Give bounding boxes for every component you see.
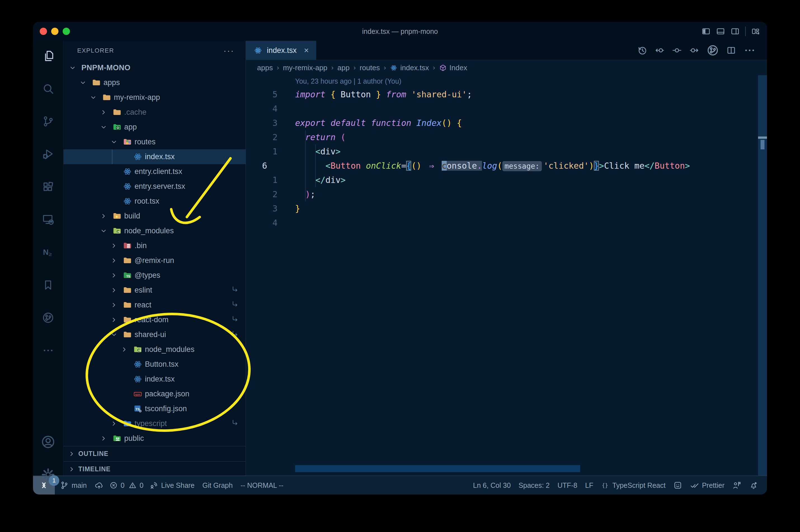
tree-item-package.json[interactable]: npmpackage.json	[63, 386, 246, 401]
status-errors[interactable]: 0	[108, 476, 127, 495]
tree-item-@remix-run[interactable]: @remix-run	[63, 253, 246, 268]
status-warnings[interactable]: 0	[127, 476, 146, 495]
status-vim-mode[interactable]: -- NORMAL --	[237, 476, 287, 495]
folder-app-icon	[112, 122, 122, 132]
tree-item-apps[interactable]: apps	[63, 75, 246, 90]
status-cursor-position[interactable]: Ln 6, Col 30	[469, 476, 515, 495]
tree-item-index.tsx[interactable]: index.tsx	[63, 149, 246, 164]
activity-nx-console[interactable]: N≥	[33, 238, 63, 266]
folder-tan-icon	[123, 300, 132, 310]
chevron-down-icon	[79, 79, 87, 87]
activity-manage[interactable]: 1	[33, 461, 63, 489]
open-next-change-icon[interactable]	[689, 45, 699, 55]
breadcrumb-app[interactable]: app	[337, 63, 349, 72]
chevron-right-icon	[100, 435, 108, 442]
tree-item-@types[interactable]: TS@types	[63, 268, 246, 283]
status-notifications[interactable]	[745, 476, 762, 495]
section-timeline[interactable]: TIMELINE	[63, 461, 246, 477]
tree-item-public[interactable]: public	[63, 431, 246, 446]
tree-item-eslint[interactable]: eslint	[63, 283, 246, 298]
layout-customize-icon[interactable]	[751, 27, 760, 36]
code-editor[interactable]: You, 23 hours ago | 1 author (You) 5 imp…	[246, 75, 767, 475]
status-feedback[interactable]	[669, 476, 686, 495]
symlink-arrow-icon	[231, 330, 239, 340]
activity-accounts[interactable]	[33, 428, 63, 456]
chevron-down-icon	[110, 331, 118, 339]
editor-actions	[637, 44, 756, 57]
open-previous-change-icon[interactable]	[654, 45, 665, 55]
open-revision-icon[interactable]	[672, 45, 682, 55]
layout-panel-icon[interactable]	[716, 27, 725, 36]
status-screen-sharing[interactable]	[728, 476, 745, 495]
breadcrumb-separator: ›	[331, 64, 334, 72]
split-editor-icon[interactable]	[726, 45, 736, 55]
tree-item-my-remix-app[interactable]: my-remix-app	[63, 90, 246, 105]
line-number: 2	[246, 132, 295, 142]
tree-item-PNPM-MONO[interactable]: PNPM-MONO	[63, 60, 246, 75]
status-encoding[interactable]: UTF-8	[554, 476, 581, 495]
tree-item-react-dom[interactable]: react-dom	[63, 312, 246, 327]
breadcrumb-index.tsx[interactable]: index.tsx	[390, 63, 429, 72]
breadcrumb-apps[interactable]: apps	[257, 63, 273, 72]
line-number: 3	[246, 118, 295, 128]
line-number: 2	[246, 189, 295, 199]
tree-item-entry.server.tsx[interactable]: entry.server.tsx	[63, 179, 246, 194]
git-graph-view-icon[interactable]	[707, 44, 719, 57]
sidebar-more-actions[interactable]: ···	[224, 46, 234, 55]
status-language-mode[interactable]: {}TypeScript React	[597, 476, 669, 495]
tree-item-routes[interactable]: routes	[63, 135, 246, 149]
status-publish-changes[interactable]	[91, 476, 108, 495]
folder-tan-icon	[123, 330, 132, 339]
layout-sidebar-left-icon[interactable]	[702, 27, 710, 36]
layout-sidebar-right-icon[interactable]	[731, 27, 740, 36]
breadcrumb-my-remix-app[interactable]: my-remix-app	[283, 63, 327, 72]
status-git-graph[interactable]: Git Graph	[198, 476, 237, 495]
vertical-scrollbar[interactable]	[758, 75, 767, 475]
titlebar[interactable]: index.tsx — pnpm-mono	[33, 22, 767, 41]
status-indentation[interactable]: Spaces: 2	[515, 476, 554, 495]
tree-item-build[interactable]: build	[63, 209, 246, 224]
tree-item-.bin[interactable]: 0110.bin	[63, 238, 246, 253]
tree-item-react[interactable]: react	[63, 298, 246, 312]
status-live-share[interactable]: Live Share	[146, 476, 198, 495]
chevron-right-icon	[110, 301, 118, 309]
horizontal-scrollbar[interactable]	[295, 465, 580, 472]
activity-source-control[interactable]	[33, 108, 63, 135]
breadcrumb-Index[interactable]: Index	[439, 63, 468, 72]
status-end-of-line[interactable]: LF	[581, 476, 597, 495]
symbol-box-icon	[439, 64, 447, 72]
activity-additional-views[interactable]	[33, 337, 63, 364]
tree-item-app[interactable]: app	[63, 120, 246, 135]
activity-remote-explorer[interactable]	[33, 206, 63, 233]
tree-item-typescript[interactable]: TStypescript	[63, 416, 246, 431]
line-number: 1	[246, 175, 295, 185]
indent-guide	[305, 130, 306, 202]
tree-item-Button.tsx[interactable]: Button.tsx	[63, 357, 246, 372]
timeline-history-icon[interactable]	[637, 45, 647, 55]
activity-bookmarks[interactable]	[33, 271, 63, 299]
tree-item-index.tsx[interactable]: index.tsx	[63, 372, 246, 386]
cloud-upload-icon	[95, 481, 103, 490]
activity-run-and-debug[interactable]	[33, 140, 63, 168]
breadcrumb-routes[interactable]: routes	[360, 63, 380, 72]
tree-item-tsconfig.json[interactable]: TStsconfig.json	[63, 401, 246, 416]
activity-extensions[interactable]	[33, 173, 63, 201]
tab-index-tsx[interactable]: index.tsx ×	[246, 41, 316, 60]
section-outline[interactable]: OUTLINE	[63, 446, 246, 461]
tree-item-.cache[interactable]: .cache	[63, 105, 246, 120]
code-line: 3 export default function Index() {	[246, 116, 767, 130]
tree-item-root.tsx[interactable]: root.tsx	[63, 194, 246, 209]
tree-item-node_modules[interactable]: JSnode_modules	[63, 224, 246, 238]
tree-item-node_modules[interactable]: JSnode_modules	[63, 342, 246, 357]
line-number: 3	[246, 204, 295, 213]
status-formatter[interactable]: Prettier	[686, 476, 728, 495]
tree-item-entry.client.tsx[interactable]: entry.client.tsx	[63, 164, 246, 179]
activity-search[interactable]	[33, 75, 63, 103]
more-actions-icon[interactable]	[743, 44, 756, 57]
activity-git-graph[interactable]	[33, 304, 63, 332]
chevron-right-icon	[110, 286, 118, 294]
close-tab-icon[interactable]: ×	[304, 45, 309, 55]
tree-item-shared-ui[interactable]: shared-ui	[63, 327, 246, 342]
activity-explorer[interactable]	[33, 42, 63, 70]
svg-text:TS: TS	[126, 275, 130, 278]
